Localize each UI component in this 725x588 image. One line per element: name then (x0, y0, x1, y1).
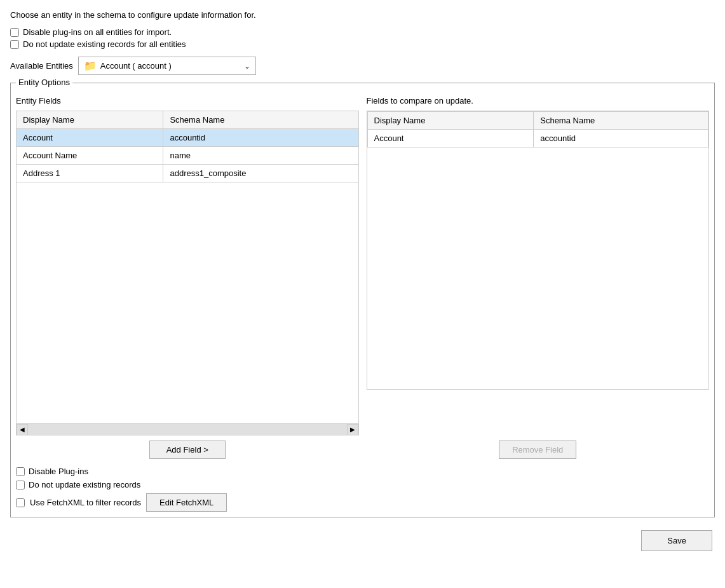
edit-fetchxml-button[interactable]: Edit FetchXML (146, 493, 227, 512)
schema-name-cell: accountid (534, 130, 708, 147)
right-table-empty-space (367, 147, 709, 389)
do-not-update-entity-label: Do not update existing records (29, 480, 140, 489)
do-not-update-global-row: Do not update existing records for all e… (10, 39, 715, 49)
fields-compare-table-container: Display Name Schema Name Accountaccounti… (367, 111, 710, 390)
schema-name-cell: address1_composite (163, 165, 358, 182)
remove-field-button[interactable]: Remove Field (499, 441, 576, 459)
do-not-update-global-checkbox[interactable] (10, 40, 19, 49)
left-scroll-right-arrow[interactable]: ▶ (347, 424, 358, 435)
schema-name-cell: accountid (163, 129, 358, 147)
display-name-cell: Account (17, 129, 163, 147)
table-row[interactable]: Account Namename (17, 147, 359, 165)
do-not-update-entity-checkbox[interactable] (16, 481, 25, 489)
entity-fields-col-display: Display Name (17, 111, 163, 129)
compare-col-schema: Schema Name (534, 112, 708, 130)
display-name-cell: Account Name (17, 147, 163, 165)
save-bar: Save (10, 530, 715, 551)
left-panel: Entity Fields Display Name Schema Name A… (16, 96, 359, 435)
fields-container: Entity Fields Display Name Schema Name A… (16, 96, 709, 435)
display-name-cell: Account (367, 130, 534, 147)
compare-col-display: Display Name (367, 112, 534, 130)
disable-plugins-global-checkbox[interactable] (10, 28, 19, 37)
entity-fields-table: Display Name Schema Name Accountaccounti… (16, 111, 359, 182)
do-not-update-entity-row: Do not update existing records (16, 480, 709, 489)
entity-fields-col-schema: Schema Name (163, 111, 358, 129)
entity-options-legend: Entity Options (16, 78, 72, 87)
disable-plugins-entity-row: Disable Plug-ins (16, 467, 709, 476)
table-row[interactable]: Address 1address1_composite (17, 165, 359, 182)
left-scroll-left-arrow[interactable]: ◀ (17, 424, 28, 435)
use-fetchxml-row: Use FetchXML to filter records Edit Fetc… (16, 493, 709, 512)
save-button[interactable]: Save (641, 530, 712, 551)
entity-options-group: Entity Options Entity Fields Display Nam… (10, 83, 715, 517)
add-field-button[interactable]: Add Field > (149, 441, 226, 459)
entity-fields-table-wrapper: Display Name Schema Name Accountaccounti… (16, 111, 359, 424)
disable-plugins-entity-checkbox[interactable] (16, 467, 25, 476)
disable-plugins-global-row: Disable plug-ins on all entities for imp… (10, 27, 715, 37)
remove-field-wrapper: Remove Field (367, 441, 710, 459)
left-table-empty-space (16, 182, 359, 424)
schema-name-cell: name (163, 147, 358, 165)
fields-compare-table: Display Name Schema Name Accountaccounti… (367, 111, 709, 147)
fields-to-compare-title: Fields to compare on update. (367, 96, 710, 106)
add-field-wrapper: Add Field > (16, 441, 359, 459)
table-row[interactable]: Accountaccountid (367, 130, 708, 147)
intro-text: Choose an entity in the schema to config… (10, 10, 715, 20)
entity-dropdown[interactable]: 📁 Account ( account ) ⌄ (78, 57, 256, 75)
right-panel: Fields to compare on update. Display Nam… (367, 96, 710, 435)
chevron-down-icon: ⌄ (244, 62, 250, 71)
field-action-buttons: Add Field > Remove Field (16, 441, 709, 459)
available-entities-label: Available Entities (10, 61, 73, 71)
available-entities-row: Available Entities 📁 Account ( account )… (10, 57, 715, 75)
table-row[interactable]: Accountaccountid (17, 129, 359, 147)
entity-fields-title: Entity Fields (16, 96, 359, 106)
disable-plugins-entity-label: Disable Plug-ins (29, 467, 88, 476)
use-fetchxml-checkbox[interactable] (16, 498, 25, 507)
disable-plugins-global-label: Disable plug-ins on all entities for imp… (23, 27, 172, 37)
left-scrollbar-track[interactable] (28, 424, 347, 435)
folder-icon: 📁 (84, 60, 97, 72)
bottom-entity-options: Disable Plug-ins Do not update existing … (16, 467, 709, 512)
entity-dropdown-text: Account ( account ) (100, 61, 240, 71)
display-name-cell: Address 1 (17, 165, 163, 182)
use-fetchxml-label: Use FetchXML to filter records (30, 498, 141, 507)
left-scrollbar-row: ◀ ▶ (16, 424, 359, 435)
do-not-update-global-label: Do not update existing records for all e… (23, 39, 186, 49)
